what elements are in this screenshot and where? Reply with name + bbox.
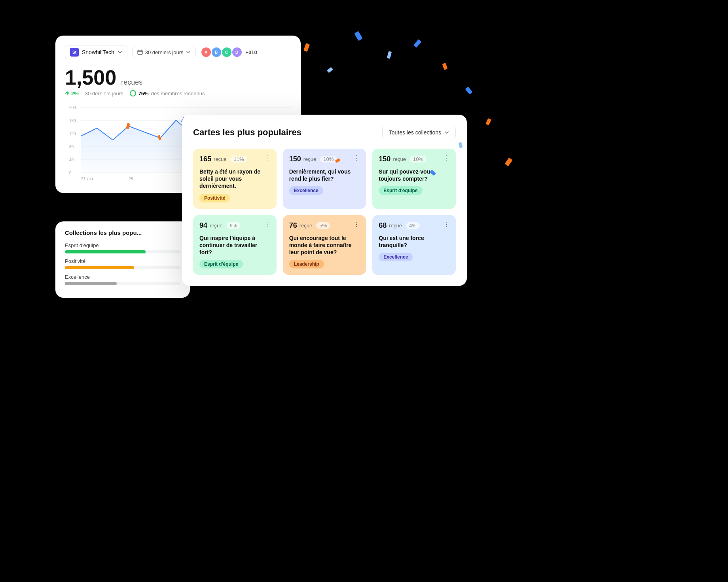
date-label: 30 derniers jours xyxy=(145,49,184,55)
company-selector[interactable]: St SnowhillTech xyxy=(65,45,127,59)
card-item: 68 reçue 4% ⋮ Qui est une force tranquil… xyxy=(372,215,456,275)
circle-icon xyxy=(130,90,136,96)
big-number: 1,500 xyxy=(65,67,116,88)
collection-item: Positivité xyxy=(65,258,180,269)
svg-text:160: 160 xyxy=(69,119,76,123)
confetti-piece xyxy=(413,39,422,48)
collections-filter[interactable]: Toutes les collections xyxy=(382,126,456,139)
card-tag: Excellence xyxy=(289,186,323,195)
avatar-1: A xyxy=(201,47,212,58)
card-item: 150 reçue 10% ⋮ Sur qui pouvez-vous touj… xyxy=(372,149,456,209)
calendar-icon xyxy=(137,49,143,55)
svg-text:28...: 28... xyxy=(129,177,136,181)
arrow-up-icon xyxy=(65,91,70,96)
stat-meta: 2% 30 derniers jours 75% des membres rec… xyxy=(65,90,291,96)
card-tag: Esprit d'équipe xyxy=(379,186,422,195)
filter-chevron-icon xyxy=(444,130,449,135)
avatars-group: A B C D +310 xyxy=(201,47,257,58)
svg-rect-0 xyxy=(138,50,142,55)
card-item: 76 reçue 5% ⋮ Qui encourage tout le mond… xyxy=(283,215,366,275)
company-logo: St xyxy=(70,48,79,57)
confetti-piece xyxy=(505,158,513,166)
chevron-down-icon xyxy=(118,50,122,55)
card-item: 150 reçue 10% ⋮ Dernièrement, qui vous r… xyxy=(283,149,366,209)
card-more-button[interactable]: ⋮ xyxy=(442,220,451,229)
avatar-4: D xyxy=(231,47,243,58)
card-tag: Positivité xyxy=(199,194,230,202)
card-item: 94 reçue 6% ⋮ Qui inspire l'équipe à con… xyxy=(193,215,277,275)
svg-text:200: 200 xyxy=(69,106,76,110)
confetti-piece xyxy=(303,43,310,52)
confetti-piece xyxy=(327,67,333,73)
panel-title: Cartes les plus populaires xyxy=(193,127,301,138)
cards-grid: 165 reçue 11% ⋮ Betty a été un rayon de … xyxy=(193,149,456,275)
collections-title: Collections les plus popu... xyxy=(65,229,180,236)
card-tag: Leadership xyxy=(289,260,324,268)
collection-item: Excellence xyxy=(65,274,180,285)
card-more-button[interactable]: ⋮ xyxy=(262,220,272,229)
date-selector[interactable]: 30 derniers jours xyxy=(132,47,196,58)
panel-header: Cartes les plus populaires Toutes les co… xyxy=(193,126,456,139)
stats-row: 1,500 reçues xyxy=(65,67,291,88)
chevron-down-icon-2 xyxy=(186,50,191,55)
card-more-button[interactable]: ⋮ xyxy=(352,153,361,163)
confetti-piece xyxy=(485,118,491,125)
svg-text:0: 0 xyxy=(69,171,72,175)
collection-item: Esprit d'équipe xyxy=(65,242,180,253)
confetti-piece xyxy=(465,87,472,94)
avatar-3: C xyxy=(221,47,232,58)
confetti-piece xyxy=(442,63,448,70)
svg-text:120: 120 xyxy=(69,132,76,136)
members-stat: 75% des membres reconnus xyxy=(130,90,205,96)
card-item: 165 reçue 11% ⋮ Betty a été un rayon de … xyxy=(193,149,277,209)
svg-text:80: 80 xyxy=(69,145,74,149)
avatar-2: B xyxy=(211,47,222,58)
svg-text:40: 40 xyxy=(69,158,74,162)
trend-up: 2% xyxy=(65,91,79,96)
trend-period: 30 derniers jours xyxy=(85,91,123,96)
svg-text:27 juin: 27 juin xyxy=(81,177,93,181)
card-more-button[interactable]: ⋮ xyxy=(352,220,361,229)
company-name: SnowhillTech xyxy=(82,49,114,55)
collections-list: Esprit d'équipe Positivité Excellence xyxy=(65,242,180,285)
card-tag: Excellence xyxy=(379,253,413,261)
reçues-label: reçues xyxy=(121,78,142,87)
confetti-piece xyxy=(387,51,392,59)
card-more-button[interactable]: ⋮ xyxy=(262,153,272,163)
avatar-count: +310 xyxy=(246,49,257,55)
confetti-piece xyxy=(354,31,362,41)
card-more-button[interactable]: ⋮ xyxy=(442,153,451,163)
card-tag: Esprit d'équipe xyxy=(199,260,243,268)
